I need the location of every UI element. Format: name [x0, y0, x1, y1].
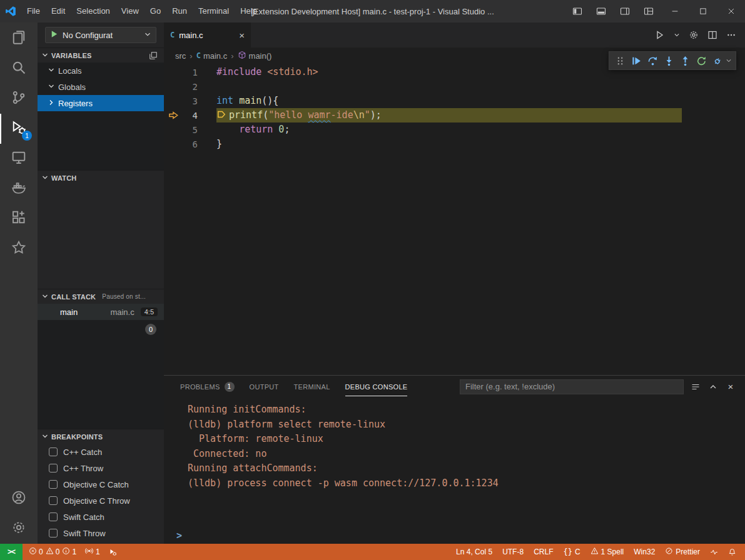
variables-item-globals[interactable]: Globals: [38, 79, 164, 95]
menu-edit[interactable]: Edit: [46, 0, 71, 22]
activity-explorer[interactable]: [0, 24, 38, 54]
spell-status[interactable]: 1 Spell: [590, 547, 624, 557]
chevron-down-icon[interactable]: [726, 58, 733, 64]
code-line-content: }: [216, 137, 222, 151]
toggle-panel-icon[interactable]: [589, 0, 613, 22]
minimize-button[interactable]: [661, 0, 689, 22]
breakpoint-checkbox[interactable]: [49, 496, 58, 505]
start-debug-icon[interactable]: [49, 29, 59, 41]
continue-icon[interactable]: [628, 52, 644, 69]
variables-section-header[interactable]: VARIABLES: [38, 48, 164, 62]
toggle-secondary-sidebar-icon[interactable]: [613, 0, 637, 22]
breadcrumb-item-main-c[interactable]: Cmain.c: [196, 51, 228, 61]
eol-indicator[interactable]: CRLF: [534, 548, 553, 556]
encoding-indicator[interactable]: UTF-8: [502, 548, 524, 556]
menu-view[interactable]: View: [116, 0, 144, 22]
remote-indicator[interactable]: ><: [0, 544, 23, 560]
problems-status[interactable]: 0 0 1: [29, 547, 76, 557]
step-out-icon[interactable]: [677, 52, 693, 69]
breakpoint-checkbox[interactable]: [49, 512, 58, 521]
ports-status[interactable]: 1: [85, 547, 100, 557]
customize-layout-icon[interactable]: [637, 0, 661, 22]
close-button[interactable]: [717, 0, 745, 22]
activity-source-control[interactable]: [0, 84, 38, 114]
debug-console-input[interactable]: >: [164, 528, 745, 544]
collapse-all-icon[interactable]: [149, 51, 158, 60]
disconnect-icon[interactable]: [709, 52, 726, 69]
breakpoint-checkbox[interactable]: [49, 448, 58, 456]
activity-favorites[interactable]: [0, 234, 38, 264]
notifications-bell-icon[interactable]: [728, 548, 736, 556]
menu-go[interactable]: Go: [144, 0, 166, 22]
breakpoint-checkbox[interactable]: [49, 529, 58, 538]
code-editor[interactable]: 1#include <stdio.h>23int main(){4printf(…: [164, 64, 745, 375]
toggle-primary-sidebar-icon[interactable]: [565, 0, 589, 22]
breadcrumb-item-main[interactable]: main(): [238, 51, 272, 61]
code-line-3[interactable]: 3int main(){: [164, 94, 745, 108]
panel-tab-debug-console[interactable]: DEBUG CONSOLE: [345, 376, 408, 398]
activity-bar: 1: [0, 22, 38, 544]
code-line-5[interactable]: 5 return 0;: [164, 122, 745, 137]
variables-item-locals[interactable]: Locals: [38, 62, 164, 79]
activity-settings[interactable]: [0, 514, 38, 544]
chevron-down-icon[interactable]: [674, 32, 680, 38]
breakpoint-c-catch[interactable]: C++ Catch: [38, 444, 164, 460]
code-line-4[interactable]: 4printf("hello wamr-ide\n");: [164, 108, 745, 122]
language-indicator[interactable]: {} C: [563, 548, 580, 556]
breakpoints-section-header[interactable]: BREAKPOINTS: [38, 429, 164, 444]
panel-menu-icon[interactable]: [689, 380, 702, 394]
activity-docker[interactable]: [0, 174, 38, 204]
panel-close-icon[interactable]: ×: [724, 380, 737, 394]
step-into-icon[interactable]: [661, 52, 677, 69]
status-right: Ln 4, Col 5 UTF-8 CRLF {} C 1 Spell Win3…: [456, 547, 745, 557]
variables-item-registers[interactable]: Registers: [38, 95, 164, 111]
inline-breakpoint-icon[interactable]: [216, 109, 228, 119]
prettier-status[interactable]: Prettier: [665, 547, 700, 557]
restart-icon[interactable]: [693, 52, 709, 69]
split-editor-icon[interactable]: [707, 30, 717, 40]
tab-main-c[interactable]: C main.c ×: [164, 22, 251, 48]
step-over-icon[interactable]: [644, 52, 661, 69]
activity-search[interactable]: [0, 54, 38, 84]
breakpoint-swift-catch[interactable]: Swift Catch: [38, 509, 164, 525]
breadcrumb-item-src[interactable]: src: [175, 51, 186, 61]
code-line-6[interactable]: 6}: [164, 137, 745, 151]
activity-run-debug[interactable]: 1: [0, 114, 38, 144]
menu-file[interactable]: File: [21, 0, 46, 22]
menu-run[interactable]: Run: [166, 0, 193, 22]
panel-tab-problems[interactable]: PROBLEMS1: [180, 376, 235, 398]
account-icon: [11, 490, 26, 508]
menu-terminal[interactable]: Terminal: [193, 0, 235, 22]
breakpoint-checkbox[interactable]: [49, 480, 58, 489]
breakpoint-swift-throw[interactable]: Swift Throw: [38, 525, 164, 541]
misc-status-icon[interactable]: [710, 548, 718, 556]
title-bar: FileEditSelectionViewGoRunTerminalHelp […: [0, 0, 745, 22]
call-stack-section-header[interactable]: CALL STACK Paused on st...: [38, 289, 164, 304]
gear-icon[interactable]: [689, 30, 699, 40]
run-or-debug-icon[interactable]: [655, 30, 665, 40]
panel-tab-output[interactable]: OUTPUT: [250, 376, 279, 398]
activity-remote-explorer[interactable]: [0, 144, 38, 174]
breakpoint-objective-c-catch[interactable]: Objective C Catch: [38, 476, 164, 492]
cursor-position[interactable]: Ln 4, Col 5: [456, 548, 492, 556]
activity-account[interactable]: [0, 484, 38, 514]
code-line-2[interactable]: 2: [164, 79, 745, 94]
activity-bottom-items: [0, 484, 38, 544]
tab-close-icon[interactable]: ×: [239, 30, 245, 41]
breakpoint-checkbox[interactable]: [49, 464, 58, 472]
more-actions-icon[interactable]: [726, 30, 736, 40]
platform-indicator[interactable]: Win32: [634, 548, 655, 556]
debug-config-dropdown[interactable]: No Configurat: [45, 27, 156, 43]
chevron-up-icon[interactable]: [706, 380, 720, 394]
maximize-button[interactable]: [689, 0, 717, 22]
breakpoint-c-throw[interactable]: C++ Throw: [38, 460, 164, 476]
watch-section-header[interactable]: WATCH: [38, 170, 164, 185]
search-icon: [11, 60, 26, 78]
panel-tab-terminal[interactable]: TERMINAL: [294, 376, 330, 398]
menu-selection[interactable]: Selection: [71, 0, 115, 22]
console-filter-input[interactable]: [460, 379, 684, 394]
stack-frame-row[interactable]: main main.c 4:5: [38, 304, 164, 320]
debug-status-icon[interactable]: [109, 548, 117, 556]
breakpoint-objective-c-throw[interactable]: Objective C Throw: [38, 492, 164, 509]
activity-extensions[interactable]: [0, 204, 38, 234]
